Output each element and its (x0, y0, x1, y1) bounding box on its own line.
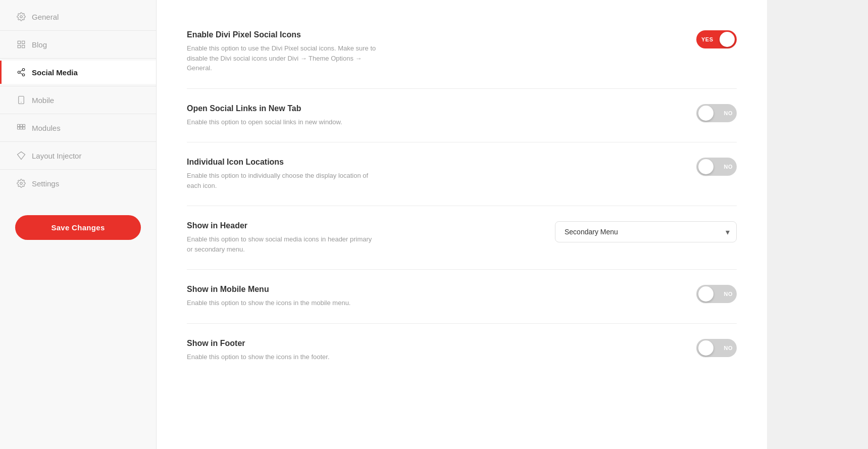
sidebar-item-blog-label: Blog (32, 40, 47, 49)
sidebar-item-modules[interactable]: Modules (0, 116, 156, 139)
setting-control-show-in-mobile-menu: NO (666, 285, 737, 303)
save-changes-button[interactable]: Save Changes (15, 215, 141, 240)
setting-control-open-new-tab: NO (666, 104, 737, 122)
sidebar-item-layout-injector-label: Layout Injector (32, 152, 81, 160)
setting-info-show-in-mobile-menu: Show in Mobile Menu Enable this option t… (187, 285, 646, 308)
setting-desc-show-in-footer: Enable this option to show the icons in … (187, 352, 379, 362)
sidebar-item-modules-label: Modules (32, 124, 61, 132)
toggle-knob-open-new-tab (698, 106, 713, 121)
sidebar-divider-5 (0, 141, 156, 142)
svg-point-18 (20, 182, 23, 185)
toggle-individual-icon-locations[interactable]: NO (696, 158, 737, 176)
sidebar-divider-2 (0, 58, 156, 59)
toggle-knob-enable-social-icons (720, 32, 735, 47)
setting-row-enable-social-icons: Enable Divi Pixel Social Icons Enable th… (187, 15, 737, 89)
svg-point-6 (18, 71, 20, 74)
svg-rect-15 (18, 127, 20, 130)
svg-point-5 (22, 69, 25, 71)
toggle-enable-social-icons[interactable]: YES (696, 30, 737, 48)
modules-icon (17, 123, 26, 132)
sidebar: General Blog Social Media Mobile Modules (0, 0, 157, 449)
sidebar-item-settings[interactable]: Settings (0, 172, 156, 195)
mobile-icon (17, 95, 26, 105)
sidebar-item-mobile-label: Mobile (32, 96, 54, 105)
svg-point-7 (22, 74, 25, 76)
toggle-label-enable-social-icons: YES (701, 36, 713, 42)
toggle-show-in-footer[interactable]: NO (696, 339, 737, 357)
setting-row-individual-icon-locations: Individual Icon Locations Enable this op… (187, 142, 737, 206)
dropdown-show-in-header-wrap: Primary Menu Secondary Menu Both None (555, 221, 737, 242)
sidebar-item-general-label: General (32, 13, 59, 21)
sidebar-item-social-media[interactable]: Social Media (0, 61, 156, 84)
svg-rect-12 (18, 124, 20, 127)
svg-point-0 (20, 16, 23, 18)
setting-control-show-in-footer: NO (666, 339, 737, 357)
toggle-knob-show-in-footer (698, 340, 713, 356)
sidebar-item-social-media-label: Social Media (32, 68, 78, 77)
setting-info-show-in-header: Show in Header Enable this option to sho… (187, 221, 535, 254)
svg-rect-1 (18, 41, 20, 43)
gear-icon (17, 12, 26, 21)
sidebar-divider-1 (0, 30, 156, 31)
setting-desc-individual-icon-locations: Enable this option to individually choos… (187, 171, 379, 190)
sidebar-item-settings-label: Settings (32, 179, 59, 188)
svg-rect-3 (18, 45, 20, 48)
setting-control-enable-social-icons: YES (666, 30, 737, 48)
setting-row-show-in-header: Show in Header Enable this option to sho… (187, 206, 737, 270)
sidebar-divider-6 (0, 169, 156, 170)
svg-rect-14 (23, 124, 25, 127)
sidebar-item-mobile[interactable]: Mobile (0, 88, 156, 112)
dropdown-show-in-header[interactable]: Primary Menu Secondary Menu Both None (555, 221, 737, 242)
svg-rect-16 (20, 127, 23, 130)
diamond-icon (17, 151, 26, 160)
setting-control-individual-icon-locations: NO (666, 158, 737, 176)
grid-icon (17, 40, 26, 49)
right-panel (767, 0, 868, 449)
setting-title-enable-social-icons: Enable Divi Pixel Social Icons (187, 30, 646, 39)
toggle-label-show-in-mobile-menu: NO (724, 291, 733, 297)
sidebar-divider-3 (0, 86, 156, 86)
toggle-show-in-mobile-menu[interactable]: NO (696, 285, 737, 303)
setting-desc-show-in-header: Enable this option to show social media … (187, 234, 379, 254)
sidebar-item-layout-injector[interactable]: Layout Injector (0, 144, 156, 167)
toggle-knob-individual-icon-locations (698, 159, 713, 174)
toggle-label-show-in-footer: NO (724, 345, 733, 351)
settings-gear-icon (17, 179, 26, 188)
sidebar-divider-4 (0, 114, 156, 114)
sidebar-item-blog[interactable]: Blog (0, 33, 156, 56)
setting-title-individual-icon-locations: Individual Icon Locations (187, 158, 646, 167)
svg-rect-4 (22, 45, 25, 48)
svg-rect-17 (23, 127, 25, 130)
setting-desc-open-new-tab: Enable this option to open social links … (187, 117, 379, 127)
setting-title-show-in-mobile-menu: Show in Mobile Menu (187, 285, 646, 294)
svg-rect-2 (22, 41, 25, 43)
setting-info-open-new-tab: Open Social Links in New Tab Enable this… (187, 104, 646, 127)
svg-line-8 (20, 73, 22, 74)
toggle-open-new-tab[interactable]: NO (696, 104, 737, 122)
sidebar-item-general[interactable]: General (0, 5, 156, 28)
setting-info-show-in-footer: Show in Footer Enable this option to sho… (187, 339, 646, 362)
setting-title-show-in-footer: Show in Footer (187, 339, 646, 348)
main-content: Enable Divi Pixel Social Icons Enable th… (157, 0, 767, 449)
setting-row-open-new-tab: Open Social Links in New Tab Enable this… (187, 89, 737, 143)
setting-control-show-in-header: Primary Menu Secondary Menu Both None (555, 221, 737, 242)
setting-row-show-in-footer: Show in Footer Enable this option to sho… (187, 324, 737, 377)
svg-rect-13 (20, 124, 23, 127)
setting-desc-show-in-mobile-menu: Enable this option to show the icons in … (187, 298, 379, 308)
setting-title-show-in-header: Show in Header (187, 221, 535, 230)
share-icon (17, 68, 26, 77)
save-changes-container: Save Changes (0, 205, 156, 250)
toggle-knob-show-in-mobile-menu (698, 286, 713, 302)
setting-title-open-new-tab: Open Social Links in New Tab (187, 104, 646, 113)
toggle-label-individual-icon-locations: NO (724, 164, 733, 170)
svg-line-9 (20, 70, 22, 72)
setting-row-show-in-mobile-menu: Show in Mobile Menu Enable this option t… (187, 270, 737, 324)
toggle-label-open-new-tab: NO (724, 110, 733, 116)
setting-desc-enable-social-icons: Enable this option to use the Divi Pixel… (187, 43, 379, 73)
setting-info-individual-icon-locations: Individual Icon Locations Enable this op… (187, 158, 646, 190)
setting-info-enable-social-icons: Enable Divi Pixel Social Icons Enable th… (187, 30, 646, 73)
